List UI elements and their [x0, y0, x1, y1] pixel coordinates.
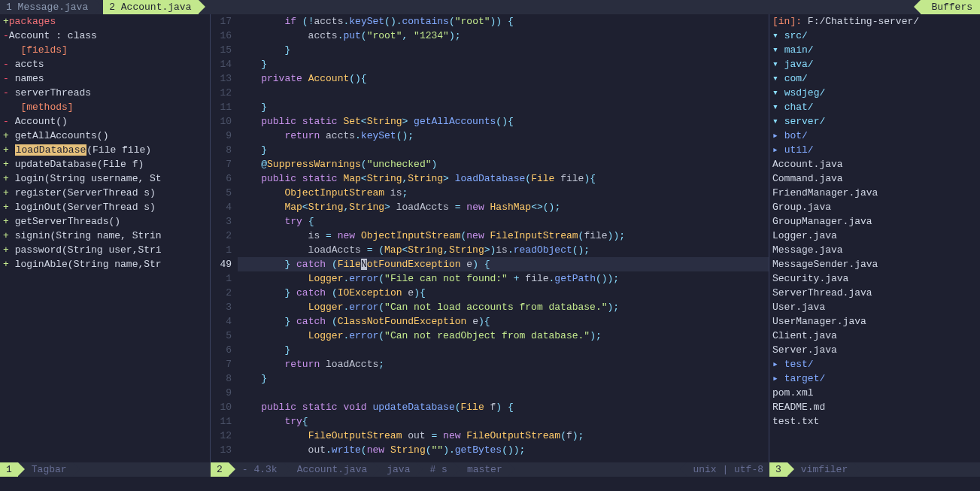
code-line[interactable]	[238, 86, 769, 100]
file-item[interactable]: FriendManager.java	[772, 186, 977, 200]
file-item[interactable]: pom.xml	[772, 386, 977, 400]
filer-header: [in]: F:/Chatting-server/	[772, 14, 977, 29]
tagbar-item[interactable]: + updateDatabase(File f)	[3, 157, 207, 171]
folder-item[interactable]: ▸ test/	[772, 357, 977, 371]
file-tab-0[interactable]: 1 Message.java	[0, 0, 96, 14]
code-line[interactable]: Map<String,String> loadAccts = new HashM…	[238, 200, 769, 214]
code-line[interactable]: if (!accts.keySet().contains("root")) {	[238, 14, 769, 29]
code-line[interactable]: }	[238, 343, 769, 357]
status-pane-1-num: 1	[0, 462, 18, 477]
tagbar-item[interactable]: - accts	[3, 57, 207, 71]
file-item[interactable]: test.txt	[772, 414, 977, 429]
code-line[interactable]: }	[238, 371, 769, 386]
folder-item[interactable]: ▸ util/	[772, 143, 977, 157]
code-line[interactable]: } catch (FileNotFoundException e) {	[238, 257, 769, 271]
tagbar-item[interactable]: + loginOut(ServerThread s)	[3, 200, 207, 214]
code-line[interactable]: try {	[238, 214, 769, 229]
tagbar-item[interactable]: + password(String user,Stri	[3, 243, 207, 257]
file-item[interactable]: Account.java	[772, 157, 977, 171]
file-item[interactable]: README.md	[772, 400, 977, 414]
code-line[interactable]: FileOutputStream out = new FileOutputStr…	[238, 429, 769, 443]
code-line[interactable]: }	[238, 43, 769, 57]
status-encoding: unix | utf-8	[687, 462, 769, 477]
code-line[interactable]: Logger.error("Can not load accounts from…	[238, 300, 769, 314]
code-line[interactable]: public static void updateDatabase(File f…	[238, 400, 769, 414]
file-tab-1[interactable]: 2 Account.java	[103, 0, 199, 14]
status-file-size: - 4.3k	[236, 462, 284, 477]
status-pane-2-num: 2	[211, 462, 229, 477]
file-item[interactable]: MessageSender.java	[772, 257, 977, 271]
status-section: # s	[423, 462, 453, 477]
file-item[interactable]: Logger.java	[772, 229, 977, 243]
tagbar-item[interactable]: [fields]	[3, 43, 207, 57]
code-line[interactable]: return loadAccts;	[238, 357, 769, 371]
file-item[interactable]: Server.java	[772, 343, 977, 357]
status-pane-3-name: vimfiler	[795, 462, 854, 477]
folder-item[interactable]: ▸ target/	[772, 371, 977, 386]
code-line[interactable]	[238, 386, 769, 400]
status-file-name: Account.java	[291, 462, 374, 477]
folder-item[interactable]: ▾ src/	[772, 29, 977, 43]
tagbar-item[interactable]: + loginAble(String name,Str	[3, 257, 207, 271]
tagbar-item[interactable]: +packages	[3, 14, 207, 29]
folder-item[interactable]: ▸ bot/	[772, 129, 977, 143]
file-tree-pane[interactable]: [in]: F:/Chatting-server/▾ src/ ▾ main/ …	[769, 14, 980, 462]
tagbar-item[interactable]: - Account()	[3, 114, 207, 129]
line-numbers: 1716151413121110987654321491234567891011…	[211, 14, 238, 462]
code-line[interactable]: Logger.error("Can not readObject from da…	[238, 329, 769, 343]
folder-item[interactable]: ▾ wsdjeg/	[772, 86, 977, 100]
code-line[interactable]: public static Set<String> getAllAccounts…	[238, 114, 769, 129]
code-line[interactable]: Logger.error("File can not found:" + fil…	[238, 271, 769, 286]
status-pane-3-num: 3	[769, 462, 787, 477]
tagbar-item[interactable]: + signin(String name, Strin	[3, 229, 207, 243]
code-line[interactable]: accts.put("root", "1234");	[238, 29, 769, 43]
tagbar-item[interactable]: + getAllAccounts()	[3, 129, 207, 143]
file-item[interactable]: ServerThread.java	[772, 286, 977, 300]
code-line[interactable]: is = new ObjectInputStream(new FileInput…	[238, 229, 769, 243]
file-item[interactable]: User.java	[772, 300, 977, 314]
file-item[interactable]: Message.java	[772, 243, 977, 257]
file-item[interactable]: Client.java	[772, 329, 977, 343]
editor-pane[interactable]: 1716151413121110987654321491234567891011…	[211, 14, 769, 462]
status-filetype: java	[381, 462, 416, 477]
folder-item[interactable]: ▾ java/	[772, 57, 977, 71]
file-item[interactable]: Group.java	[772, 200, 977, 214]
code-line[interactable]: public static Map<String,String> loadDat…	[238, 171, 769, 186]
tagbar-item[interactable]: + loadDatabase(File file)	[3, 143, 207, 157]
code-line[interactable]: ObjectInputStream is;	[238, 186, 769, 200]
code-line[interactable]: } catch (ClassNotFoundException e){	[238, 314, 769, 329]
folder-item[interactable]: ▾ main/	[772, 43, 977, 57]
code-line[interactable]: } catch (IOException e){	[238, 286, 769, 300]
code-line[interactable]: @SuppressWarnings("unchecked")	[238, 157, 769, 171]
folder-item[interactable]: ▾ server/	[772, 114, 977, 129]
status-pane-1-name: Tagbar	[26, 462, 73, 477]
code-line[interactable]: }	[238, 57, 769, 71]
tagbar-item[interactable]: - serverThreads	[3, 86, 207, 100]
code-line[interactable]: }	[238, 100, 769, 114]
file-item[interactable]: Command.java	[772, 171, 977, 186]
tagbar-item[interactable]: + login(String username, St	[3, 171, 207, 186]
tagbar-item[interactable]: + getServerThreads()	[3, 214, 207, 229]
file-item[interactable]: Security.java	[772, 271, 977, 286]
code-line[interactable]: private Account(){	[238, 71, 769, 86]
command-line[interactable]	[0, 477, 980, 491]
tagbar-item[interactable]: [methods]	[3, 100, 207, 114]
code-line[interactable]: try{	[238, 414, 769, 429]
tagbar-item[interactable]: -Account : class	[3, 29, 207, 43]
tab-bar: 1 Message.java2 Account.java Buffers	[0, 0, 980, 14]
file-item[interactable]: UserManager.java	[772, 314, 977, 329]
buffers-button[interactable]: Buffers	[921, 0, 980, 14]
folder-item[interactable]: ▾ com/	[772, 71, 977, 86]
tagbar-item[interactable]: - names	[3, 71, 207, 86]
file-item[interactable]: GroupManager.java	[772, 214, 977, 229]
status-git-branch: master	[461, 462, 508, 477]
folder-item[interactable]: ▾ chat/	[772, 100, 977, 114]
tagbar-pane[interactable]: +packages-Account : class [fields]- acct…	[0, 14, 211, 462]
code-area[interactable]: if (!accts.keySet().contains("root")) { …	[238, 14, 769, 462]
code-line[interactable]: }	[238, 143, 769, 157]
status-bar: 1 Tagbar 2 - 4.3k Account.java java # s …	[0, 462, 980, 477]
code-line[interactable]: loadAccts = (Map<String,String>)is.readO…	[238, 243, 769, 257]
code-line[interactable]: out.write(new String("").getBytes());	[238, 443, 769, 457]
code-line[interactable]: return accts.keySet();	[238, 129, 769, 143]
tagbar-item[interactable]: + register(ServerThread s)	[3, 186, 207, 200]
